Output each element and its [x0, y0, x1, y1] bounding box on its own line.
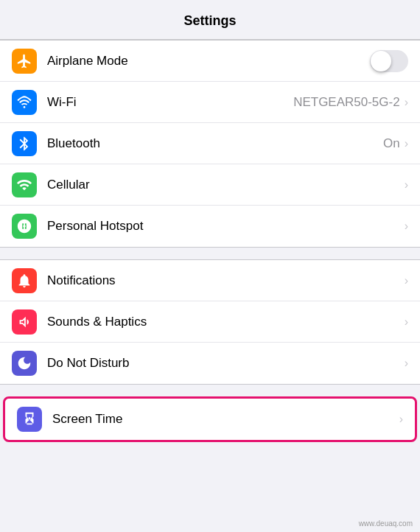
watermark: www.deuaq.com: [359, 519, 413, 528]
wifi-value: NETGEAR50-5G-2: [293, 95, 400, 110]
do-not-disturb-label: Do Not Disturb: [47, 356, 405, 371]
notifications-chevron: ›: [405, 274, 408, 287]
screen-time-wrapper: Screen Time ›: [3, 396, 417, 442]
personal-hotspot-chevron: ›: [405, 220, 408, 233]
personal-hotspot-label: Personal Hotspot: [47, 219, 405, 234]
do-not-disturb-row[interactable]: Do Not Disturb ›: [0, 343, 420, 384]
cellular-chevron: ›: [405, 178, 408, 192]
wifi-chevron: ›: [405, 96, 408, 109]
sounds-chevron: ›: [405, 315, 408, 329]
wifi-icon: [12, 90, 37, 115]
page-title: Settings: [0, 0, 420, 40]
sounds-icon: [12, 309, 37, 335]
cellular-row[interactable]: Cellular ›: [0, 164, 420, 206]
screen-time-label: Screen Time: [52, 412, 399, 427]
notifications-label: Notifications: [47, 273, 405, 288]
airplane-mode-row[interactable]: Airplane Mode: [0, 41, 420, 82]
cellular-label: Cellular: [47, 178, 405, 192]
notifications-row[interactable]: Notifications ›: [0, 260, 420, 301]
airplane-mode-label: Airplane Mode: [47, 54, 370, 69]
sounds-label: Sounds & Haptics: [47, 315, 405, 329]
airplane-mode-icon: [12, 49, 37, 74]
screen-time-chevron: ›: [399, 413, 403, 426]
connectivity-group: Airplane Mode Wi-Fi NETGEAR50-5G-2 › Blu…: [0, 40, 420, 248]
personal-hotspot-icon: [12, 214, 37, 239]
wifi-row[interactable]: Wi-Fi NETGEAR50-5G-2 ›: [0, 82, 420, 123]
group-spacer-1: [0, 248, 420, 259]
wifi-label: Wi-Fi: [47, 95, 293, 110]
bluetooth-value: On: [383, 136, 400, 151]
cellular-icon: [12, 172, 37, 197]
screen-time-row[interactable]: Screen Time ›: [5, 399, 415, 440]
bluetooth-icon: [12, 131, 37, 156]
airplane-mode-toggle[interactable]: [370, 50, 408, 72]
bluetooth-label: Bluetooth: [47, 136, 383, 151]
do-not-disturb-icon: [12, 351, 37, 376]
sounds-row[interactable]: Sounds & Haptics ›: [0, 301, 420, 343]
personal-hotspot-row[interactable]: Personal Hotspot ›: [0, 206, 420, 247]
bluetooth-row[interactable]: Bluetooth On ›: [0, 123, 420, 164]
toggle-knob: [371, 51, 391, 71]
system-group: Notifications › Sounds & Haptics › Do No…: [0, 259, 420, 385]
bluetooth-chevron: ›: [405, 137, 408, 150]
screen-time-icon: [17, 407, 42, 432]
notifications-icon: [12, 268, 37, 293]
do-not-disturb-chevron: ›: [405, 357, 408, 370]
